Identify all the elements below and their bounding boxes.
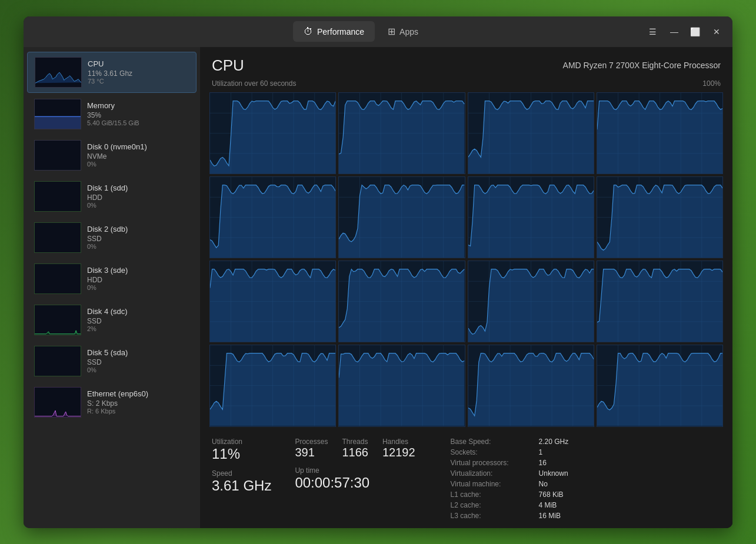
sidebar: CPU 11% 3.61 Ghz 73 °C Memory 35% (24, 47, 200, 528)
memory-sub2: 5.40 GiB/15.5 GiB (87, 119, 189, 126)
stat-threads-value: 1166 (342, 446, 368, 459)
performance-icon: ⏱ (304, 26, 313, 37)
stat-handles: Handles 12192 (382, 438, 415, 459)
disk0-info: Disk 0 (nvme0n1) NVMe 0% (87, 142, 189, 168)
sidebar-item-disk5[interactable]: Disk 5 (sda) SSD 0% (27, 341, 197, 381)
spec-key-6: L2 cache: (451, 501, 539, 509)
titlebar: ⏱ Performance ⊞ Apps ☰ — ⬜ ✕ (24, 16, 732, 47)
spec-val-7: 16 MiB (539, 512, 561, 520)
svg-rect-4 (35, 141, 81, 171)
disk4-sub2: 2% (87, 325, 189, 332)
ethernet-thumbnail (34, 387, 81, 418)
minimize-button[interactable]: — (665, 23, 683, 41)
cpu-graph-core-15 (597, 345, 723, 426)
spec-row: L2 cache:4 MiB (451, 501, 569, 509)
cpu-graph-core-1 (338, 92, 465, 174)
maximize-button[interactable]: ⬜ (687, 23, 704, 41)
svg-rect-9 (35, 346, 81, 376)
ethernet-title: Ethernet (enp6s0) (87, 389, 189, 398)
titlebar-controls: ☰ — ⬜ ✕ (644, 23, 725, 41)
menu-button[interactable]: ☰ (644, 23, 662, 41)
disk4-sub1: SSD (87, 317, 189, 325)
cpu-graph-core-12 (209, 345, 336, 426)
spec-val-3: Unknown (539, 469, 568, 478)
sidebar-item-disk4[interactable]: Disk 4 (sdc) SSD 2% (27, 300, 197, 340)
sidebar-item-cpu[interactable]: CPU 11% 3.61 Ghz 73 °C (27, 52, 197, 93)
stat-threads-label: Threads (342, 438, 368, 446)
disk2-sub2: 0% (87, 243, 189, 250)
memory-thumbnail (34, 99, 81, 129)
cpu-graph-core-7 (597, 176, 723, 258)
disk3-thumbnail (34, 263, 81, 294)
cpu-title: CPU (88, 59, 189, 68)
spec-row: Sockets:1 (451, 448, 569, 456)
stat-utilization-value: 11% (212, 446, 271, 462)
cpu-graph-core-0 (209, 92, 336, 174)
cpu-graphs-grid (200, 92, 732, 432)
sidebar-item-disk0[interactable]: Disk 0 (nvme0n1) NVMe 0% (27, 135, 197, 175)
spec-val-6: 4 MiB (539, 501, 557, 509)
main-window: ⏱ Performance ⊞ Apps ☰ — ⬜ ✕ (24, 16, 732, 528)
svg-rect-6 (35, 223, 81, 253)
tab-performance[interactable]: ⏱ Performance (293, 21, 375, 42)
disk1-sub1: HDD (87, 193, 189, 202)
disk1-sub2: 0% (87, 202, 189, 209)
sidebar-item-disk2[interactable]: Disk 2 (sdb) SSD 0% (27, 218, 197, 258)
disk2-thumbnail (34, 222, 81, 253)
cpu-thumbnail (35, 57, 82, 88)
disk0-sub1: NVMe (87, 152, 189, 161)
sidebar-item-ethernet[interactable]: Ethernet (enp6s0) S: 2 Kbps R: 6 Kbps (27, 382, 197, 422)
stat-group-utilization: Utilization 11% Speed 3.61 GHz (212, 438, 271, 520)
disk3-info: Disk 3 (sde) HDD 0% (87, 266, 189, 291)
stat-uptime-label: Up time (295, 466, 415, 475)
stat-uptime: Up time 00:00:57:30 (295, 466, 415, 491)
stat-utilization-label: Utilization (212, 438, 271, 446)
disk4-title: Disk 4 (sdc) (87, 307, 189, 316)
disk5-title: Disk 5 (sda) (87, 348, 189, 357)
cpu-graph-core-5 (338, 176, 465, 258)
disk5-sub2: 0% (87, 366, 189, 373)
spec-grid: Base Speed:2.20 GHzSockets:1Virtual proc… (451, 438, 569, 520)
sidebar-item-disk3[interactable]: Disk 3 (sde) HDD 0% (27, 259, 197, 299)
stat-processes-label: Processes (295, 438, 328, 446)
spec-val-1: 1 (539, 448, 543, 456)
disk3-sub1: HDD (87, 276, 189, 284)
disk1-title: Disk 1 (sdd) (87, 183, 189, 192)
spec-key-3: Virtualization: (451, 469, 539, 478)
sidebar-item-memory[interactable]: Memory 35% 5.40 GiB/15.5 GiB (27, 94, 197, 134)
disk1-info: Disk 1 (sdd) HDD 0% (87, 183, 189, 209)
tab-apps[interactable]: ⊞ Apps (377, 21, 429, 42)
cpu-model: AMD Ryzen 7 2700X Eight-Core Processor (563, 61, 721, 70)
stat-processes: Processes 391 (295, 438, 328, 459)
spec-key-1: Sockets: (451, 448, 539, 456)
disk2-sub1: SSD (87, 235, 189, 243)
stat-processes-value: 391 (295, 446, 328, 459)
memory-info: Memory 35% 5.40 GiB/15.5 GiB (87, 101, 189, 126)
cpu-graph-core-11 (597, 261, 723, 342)
cpu-graph-core-6 (468, 176, 594, 258)
close-button[interactable]: ✕ (708, 23, 725, 41)
spec-row: Virtual processors:16 (451, 459, 569, 467)
content-area: CPU 11% 3.61 Ghz 73 °C Memory 35% (24, 47, 732, 528)
page-title: CPU (212, 56, 244, 75)
disk5-thumbnail (34, 346, 81, 376)
memory-sub1: 35% (87, 111, 189, 119)
main-area: CPU AMD Ryzen 7 2700X Eight-Core Process… (200, 47, 732, 528)
ethernet-info: Ethernet (enp6s0) S: 2 Kbps R: 6 Kbps (87, 389, 189, 415)
spec-key-4: Virtual machine: (451, 480, 539, 488)
spec-val-5: 768 KiB (539, 490, 564, 499)
spec-key-5: L1 cache: (451, 490, 539, 499)
spec-row: Base Speed:2.20 GHz (451, 438, 569, 446)
cpu-graph-core-8 (209, 261, 336, 342)
svg-rect-5 (35, 182, 81, 212)
sidebar-item-disk1[interactable]: Disk 1 (sdd) HDD 0% (27, 176, 197, 216)
cpu-graph-core-14 (468, 345, 594, 426)
cpu-graph-core-13 (338, 345, 465, 426)
main-header: CPU AMD Ryzen 7 2700X Eight-Core Process… (200, 47, 732, 79)
disk2-title: Disk 2 (sdb) (87, 225, 189, 233)
apps-icon: ⊞ (388, 26, 395, 37)
stat-group-processes: Processes 391 Threads 1166 Handles 12192 (295, 438, 415, 520)
ethernet-sub1: S: 2 Kbps (87, 399, 189, 408)
stat-handles-label: Handles (382, 438, 415, 446)
spec-row: L1 cache:768 KiB (451, 490, 569, 499)
